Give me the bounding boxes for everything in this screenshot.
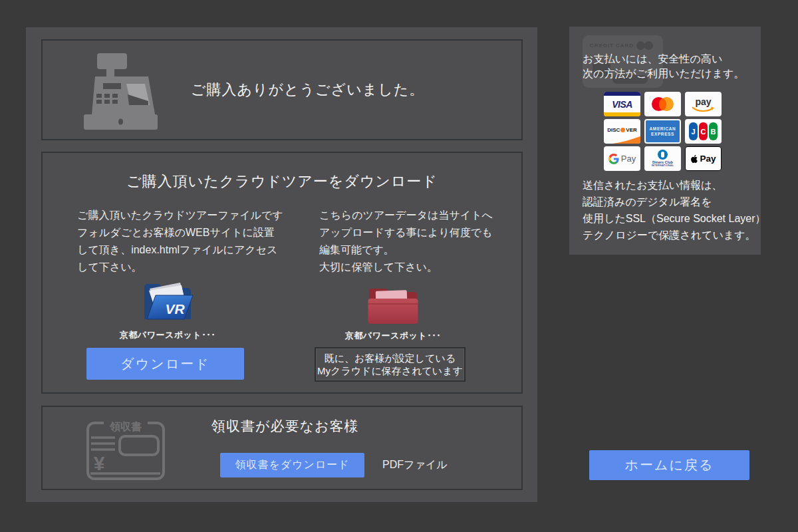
purchase-complete-panel: ご購入ありがとうございました。 ご購入頂いたクラウドツアーをダウンロード ご購入… (26, 27, 537, 502)
apple-icon (690, 154, 698, 164)
apple-pay-logo: Pay (685, 146, 722, 171)
receipt-section: 領収書 ¥ 領収書が必要なお客様 領収書をダウンロード PDFファイル (41, 406, 523, 490)
amazon-smile-icon (692, 106, 716, 112)
text-line: して下さい。 (77, 259, 283, 276)
diners-circle-icon (658, 150, 668, 160)
thanks-section: ご購入ありがとうございました。 (41, 39, 523, 140)
thanks-title: ご購入ありがとうございました。 (191, 41, 424, 139)
diners-word: INTERNATIONAL (652, 164, 674, 168)
my-cloud-note: 既に、お客様が設定している Myクラウドに保存されています (315, 347, 466, 382)
receipt-icon: 領収書 ¥ (86, 421, 165, 481)
pdf-file-label: PDFファイル (382, 458, 448, 472)
download-button[interactable]: ダウンロード (86, 348, 244, 380)
jcb-stripe-green: B (709, 122, 718, 140)
text-line: 大切に保管して下さい。 (319, 259, 493, 276)
jcb-stripe-red: C (699, 122, 708, 140)
red-folder-icon (367, 284, 419, 325)
card-circle-icon (644, 41, 653, 50)
discover-word-left: DISC (607, 127, 620, 133)
svg-text:¥: ¥ (94, 452, 105, 474)
red-folder-name: 京都パワースポット･･･ (340, 330, 446, 342)
vr-folder-icon: VR (140, 278, 195, 325)
download-instructions-right: こちらのツアーデータは当サイトへ アップロードする事により何度でも 編集可能です… (319, 207, 493, 276)
american-express-logo: AMERICAN EXPRESS (644, 119, 681, 144)
amex-word: EXPRESS (651, 132, 674, 137)
credit-card-icon-label: CREDIT CARD (590, 43, 634, 49)
jcb-stripe-blue: J (689, 122, 698, 140)
text-line: 編集可能です。 (319, 241, 493, 259)
visa-word: VISA (612, 99, 632, 110)
text-line: お支払いには、安全性の高い (583, 52, 744, 66)
svg-text:VR: VR (165, 301, 185, 317)
note-line: Myクラウドに保存されています (317, 364, 463, 377)
receipt-title: 領収書が必要なお客様 (211, 417, 358, 436)
text-line: ご購入頂いたクラウドツアーファイルです (77, 207, 283, 224)
download-title: ご購入頂いたクラウドツアーをダウンロード (43, 172, 521, 192)
text-line: 次の方法がご利用いただけます。 (583, 66, 744, 81)
ssl-protection-text: 送信されたお支払い情報は、 認証済みのデジタル署名を 使用したSSL（Secur… (583, 177, 766, 243)
text-line: して頂き、index.htmlファイルにアクセス (77, 241, 283, 259)
discover-o-icon (620, 128, 625, 132)
amex-word: AMERICAN (650, 126, 676, 132)
google-pay-logo: Pay (604, 146, 640, 171)
text-line: テクノロジーで保護されています。 (583, 227, 766, 243)
diners-club-logo: Diners Club INTERNATIONAL (644, 146, 681, 171)
text-line: 認証済みのデジタル署名を (583, 194, 766, 210)
discover-swoosh-icon (610, 136, 640, 144)
text-line: 使用したSSL（Secure Socket Layer） (583, 210, 766, 227)
payment-intro-text: お支払いには、安全性の高い 次の方法がご利用いただけます。 (583, 52, 744, 81)
text-line: アップロードする事により何度でも (319, 224, 493, 241)
gpay-word: Pay (621, 154, 636, 164)
payment-logo-grid: VISA pay DISC VER AMERICAN (604, 92, 722, 171)
download-instructions-left: ご購入頂いたクラウドツアーファイルです フォルダごとお客様のWEBサイトに設置 … (77, 207, 283, 276)
payment-methods-panel: CREDIT CARD お支払いには、安全性の高い 次の方法がご利用いただけます… (569, 27, 761, 255)
home-button[interactable]: ホームに戻る (589, 450, 749, 480)
discover-word-right: VER (626, 127, 636, 133)
note-line: 既に、お客様が設定している (325, 352, 456, 364)
amazon-pay-word: pay (695, 98, 711, 106)
download-section: ご購入頂いたクラウドツアーをダウンロード ご購入頂いたクラウドツアーファイルです… (41, 152, 523, 394)
text-line: フォルダごとお客様のWEBサイトに設置 (77, 224, 283, 241)
jcb-logo: J C B (685, 119, 722, 144)
cash-register-icon (84, 53, 158, 130)
visa-logo: VISA (604, 92, 640, 116)
vr-folder-name: 京都パワースポット･･･ (114, 329, 221, 341)
cloud-tour-file: 京都パワースポット･･･ (340, 284, 446, 342)
google-g-icon (608, 154, 619, 164)
amazon-pay-logo: pay (685, 92, 722, 116)
svg-text:領収書: 領収書 (109, 421, 142, 433)
discover-logo: DISC VER (604, 119, 640, 144)
receipt-download-button[interactable]: 領収書をダウンロード (220, 453, 364, 477)
apple-pay-word: Pay (700, 154, 716, 164)
text-line: 送信されたお支払い情報は、 (583, 177, 766, 194)
text-line: こちらのツアーデータは当サイトへ (319, 207, 493, 224)
mastercard-logo (644, 92, 681, 116)
vr-tour-file: VR 京都パワースポット･･･ (114, 278, 221, 341)
